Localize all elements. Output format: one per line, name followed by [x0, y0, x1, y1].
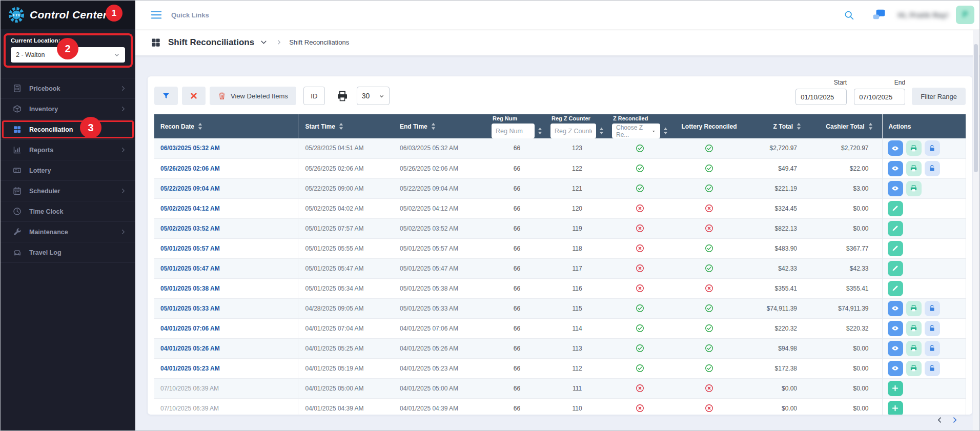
col-z-reconciled: Z Reconciled Choose Z Re...: [608, 114, 672, 138]
view-button[interactable]: [888, 321, 903, 336]
filter-range-button[interactable]: Filter Range: [912, 88, 966, 105]
x-circle-icon: [636, 284, 644, 293]
z-reconciled-status: [608, 258, 672, 278]
id-toggle-button[interactable]: ID: [303, 87, 325, 105]
unlock-button[interactable]: [925, 341, 940, 356]
view-button[interactable]: [888, 161, 903, 176]
cashier-total-cell: $355.41: [810, 278, 882, 298]
edit-button[interactable]: [888, 261, 903, 276]
sort-icon[interactable]: [339, 122, 343, 130]
reg-z-counter-cell: 120: [546, 198, 608, 218]
z-reconciled-filter-select[interactable]: Choose Z Re...: [612, 124, 660, 138]
x-mark-icon: [190, 92, 198, 100]
sort-icon[interactable]: [797, 122, 801, 130]
quick-links-button[interactable]: Quick Links: [171, 11, 209, 19]
recon-date-link[interactable]: 05/02/2025 04:12 AM: [154, 198, 298, 218]
check-circle-icon: [705, 304, 713, 313]
filter-button[interactable]: [154, 87, 178, 105]
print-table-icon[interactable]: [336, 90, 349, 102]
recon-date-link[interactable]: 06/03/2025 05:32 AM: [154, 138, 298, 158]
sidebar-item-maintenance[interactable]: Maintenance: [1, 222, 135, 242]
print-button[interactable]: [906, 361, 922, 376]
end-time-cell: 05/22/2025 09:04 AM: [393, 178, 487, 198]
view-deleted-items-button[interactable]: View Deleted Items: [210, 87, 296, 105]
sort-icon[interactable]: [663, 127, 668, 135]
sort-icon[interactable]: [198, 122, 202, 130]
recon-date-link[interactable]: 05/01/2025 05:57 AM: [154, 238, 298, 258]
chat-messages-icon[interactable]: [870, 6, 888, 24]
col-end-time: End Time: [393, 114, 487, 138]
sidebar-item-scheduler[interactable]: Scheduler: [1, 181, 135, 201]
hamburger-menu-icon[interactable]: [151, 10, 162, 19]
reg-num-filter-input[interactable]: [492, 124, 535, 138]
sidebar-item-reconciliation[interactable]: Reconciliation: [1, 119, 135, 140]
unlock-button[interactable]: [925, 140, 940, 156]
end-date-input[interactable]: [854, 89, 905, 105]
view-button[interactable]: [888, 181, 903, 196]
sort-icon[interactable]: [599, 127, 604, 135]
add-button[interactable]: [888, 401, 903, 415]
scrollbar-thumb[interactable]: [974, 44, 978, 172]
lottery-reconciled-status: [672, 198, 746, 218]
recon-date-link[interactable]: 04/01/2025 07:06 AM: [154, 318, 298, 338]
recon-date-link[interactable]: 05/01/2025 05:47 AM: [154, 258, 298, 278]
search-icon[interactable]: [841, 6, 858, 24]
recon-date-link[interactable]: 05/22/2025 09:04 AM: [154, 178, 298, 198]
user-avatar[interactable]: P: [956, 6, 974, 24]
end-time-cell: 05/02/2025 04:12 AM: [393, 198, 487, 218]
next-page-button[interactable]: [951, 417, 958, 423]
print-button[interactable]: [906, 321, 922, 336]
edit-button[interactable]: [888, 221, 903, 236]
check-circle-icon: [636, 184, 644, 193]
add-button[interactable]: [888, 381, 903, 396]
previous-page-button[interactable]: [936, 417, 943, 423]
view-button[interactable]: [888, 341, 903, 356]
chevron-right-icon: [120, 86, 126, 91]
clear-filters-button[interactable]: [182, 87, 206, 105]
reg-z-counter-cell: 114: [546, 318, 608, 338]
app-logo[interactable]: FTx Control Center: [1, 1, 135, 29]
pencil-icon: [891, 244, 899, 252]
view-button[interactable]: [888, 301, 903, 316]
edit-button[interactable]: [888, 281, 903, 296]
edit-button[interactable]: [888, 241, 903, 256]
recon-date-link[interactable]: 05/01/2025 05:38 AM: [154, 278, 298, 298]
location-picker: Current Location: 2 - Walton: [1, 29, 135, 63]
chevron-down-icon[interactable]: [260, 39, 267, 46]
view-button[interactable]: [888, 140, 903, 156]
vertical-scrollbar[interactable]: [973, 30, 979, 431]
user-greeting[interactable]: Hi, Pratik Ray!: [898, 11, 949, 19]
print-button[interactable]: [906, 181, 922, 196]
sort-icon[interactable]: [538, 127, 542, 135]
sidebar-item-lottery[interactable]: Lottery: [1, 160, 135, 181]
print-button[interactable]: [906, 140, 922, 156]
z-total-cell: $94.98: [746, 338, 810, 358]
print-button[interactable]: [906, 341, 922, 356]
unlock-button[interactable]: [925, 321, 940, 336]
unlock-button[interactable]: [925, 301, 940, 316]
recon-date-link[interactable]: 05/01/2025 05:33 AM: [154, 298, 298, 318]
recon-date-link[interactable]: 05/26/2025 02:06 AM: [154, 158, 298, 178]
edit-button[interactable]: [888, 201, 903, 216]
lottery-reconciled-status: [672, 258, 746, 278]
unlock-icon: [928, 304, 936, 312]
sidebar-item-pricebook[interactable]: Pricebook: [1, 78, 135, 99]
sidebar-item-time-clock[interactable]: Time Clock: [1, 201, 135, 222]
print-button[interactable]: [906, 161, 922, 176]
unlock-button[interactable]: [925, 161, 940, 176]
sidebar-item-inventory[interactable]: Inventory: [1, 99, 135, 119]
reg-z-counter-filter-input[interactable]: [550, 124, 596, 138]
recon-date-link[interactable]: 04/01/2025 05:23 AM: [154, 358, 298, 378]
sort-icon[interactable]: [431, 122, 436, 130]
sort-icon[interactable]: [868, 122, 873, 130]
unlock-button[interactable]: [925, 361, 940, 376]
recon-date-link[interactable]: 04/01/2025 05:26 AM: [154, 338, 298, 358]
view-button[interactable]: [888, 361, 903, 376]
page-size-select[interactable]: 30: [357, 87, 390, 105]
print-button[interactable]: [906, 301, 922, 316]
location-select[interactable]: 2 - Walton: [11, 47, 125, 63]
sidebar-item-reports[interactable]: Reports: [1, 140, 135, 160]
sidebar-item-travel-log[interactable]: Travel Log: [1, 242, 135, 263]
start-date-input[interactable]: [795, 89, 847, 105]
recon-date-link[interactable]: 05/02/2025 03:52 AM: [154, 218, 298, 238]
